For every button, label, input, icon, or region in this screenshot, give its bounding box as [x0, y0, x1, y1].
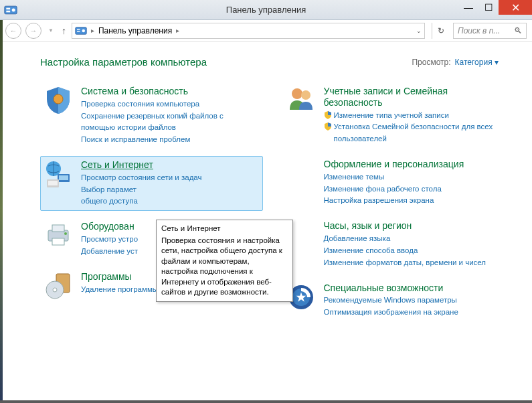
search-placeholder: Поиск в п...: [458, 26, 500, 35]
svg-rect-11: [59, 175, 68, 180]
svg-rect-5: [77, 29, 80, 30]
printer-icon: [43, 221, 73, 250]
page-title: Настройка параметров компьютера: [40, 56, 207, 68]
category-link[interactable]: Сохранение резервных копий файлов с помо…: [81, 110, 260, 135]
control-panel-icon: [4, 5, 17, 15]
address-bar[interactable]: ▸ Панель управления ▸ ⌄: [72, 23, 425, 39]
svg-point-21: [292, 88, 302, 99]
breadcrumb-item[interactable]: Панель управления: [98, 26, 172, 35]
svg-rect-6: [77, 31, 80, 32]
search-icon: 🔍︎: [514, 26, 522, 35]
category-system-security[interactable]: Система и безопасность Проверка состояни…: [40, 82, 263, 149]
svg-point-20: [53, 288, 57, 292]
up-button[interactable]: ↑: [62, 25, 66, 36]
close-button[interactable]: ✕: [499, 0, 532, 15]
shield-icon: [43, 86, 73, 115]
titlebar[interactable]: Панель управления — ☐ ✕: [0, 0, 532, 20]
svg-point-17: [64, 232, 67, 235]
breadcrumb-separator-icon[interactable]: ▸: [91, 27, 94, 34]
category-title[interactable]: Учетные записи и Семейная безопасность: [324, 86, 503, 108]
uac-shield-icon: [324, 111, 332, 119]
control-panel-icon: [75, 26, 87, 35]
right-column: Учетные записи и Семейная безопасность И…: [283, 82, 506, 322]
minimize-button[interactable]: —: [458, 0, 478, 15]
category-link[interactable]: Изменение способа ввода: [324, 245, 503, 257]
people-icon: [286, 86, 316, 115]
category-link[interactable]: Оптимизация изображения на экране: [324, 307, 503, 319]
view-label: Просмотр:: [412, 58, 450, 67]
category-clock-language-region[interactable]: Часы, язык и регион Добавление языка Изм…: [283, 217, 506, 272]
category-link[interactable]: общего доступа: [81, 195, 260, 208]
category-link[interactable]: Просмотр состояния сети и задач: [81, 172, 260, 184]
svg-point-3: [12, 8, 15, 11]
window-title: Панель управления: [226, 5, 306, 15]
svg-rect-15: [52, 225, 64, 232]
history-dropdown[interactable]: ▼: [48, 27, 54, 33]
svg-rect-1: [6, 7, 10, 9]
globe-network-icon: [43, 159, 73, 189]
forward-button[interactable]: →: [25, 23, 41, 39]
appearance-icon: [286, 159, 316, 188]
view-selector: Просмотр: Категория ▾: [412, 58, 499, 67]
tooltip-title: Сеть и Интернет: [161, 224, 288, 234]
category-link[interactable]: Настройка разрешения экрана: [324, 195, 503, 207]
category-title[interactable]: Система и безопасность: [81, 86, 260, 97]
svg-rect-13: [48, 181, 58, 185]
svg-point-7: [82, 29, 85, 32]
category-link[interactable]: Проверка состояния компьютера: [81, 98, 260, 110]
disc-box-icon: [43, 271, 73, 301]
category-link[interactable]: Изменение фона рабочего стола: [324, 183, 503, 195]
refresh-button[interactable]: ↻: [432, 23, 449, 39]
breadcrumb-separator-icon[interactable]: ▸: [176, 27, 179, 34]
svg-rect-2: [6, 10, 10, 11]
window-controls: — ☐ ✕: [458, 0, 532, 15]
search-input[interactable]: Поиск в п... 🔍︎: [453, 23, 527, 39]
category-link[interactable]: Выбор парамет: [81, 184, 260, 196]
category-appearance[interactable]: Оформление и персонализация Изменение те…: [283, 155, 506, 210]
category-link[interactable]: Поиск и исправление проблем: [81, 134, 260, 146]
category-ease-of-access[interactable]: Специальные возможности Рекомендуемые Wi…: [283, 279, 506, 322]
category-title[interactable]: Специальные возможности: [324, 283, 503, 294]
control-panel-window: Панель управления — ☐ ✕ ← → ▼ ↑ ▸ Панель…: [0, 0, 532, 400]
uac-shield-icon: [324, 123, 332, 131]
category-title[interactable]: Сеть и Интернет: [81, 159, 260, 171]
category-title[interactable]: Оформление и персонализация: [324, 159, 503, 170]
address-dropdown-icon[interactable]: ⌄: [416, 27, 422, 34]
category-network-internet[interactable]: Сеть и Интернет Просмотр состояния сети …: [40, 156, 263, 211]
category-link[interactable]: Изменение форматов даты, времени и чисел: [324, 257, 503, 269]
tooltip: Сеть и Интернет Проверка состояния и нас…: [156, 220, 293, 302]
category-link[interactable]: Рекомендуемые Windows параметры: [324, 295, 503, 307]
category-link[interactable]: Изменение типа учетной записи: [334, 110, 449, 122]
maximize-button[interactable]: ☐: [478, 0, 499, 15]
view-dropdown[interactable]: Категория ▾: [455, 58, 499, 67]
desktop-edge: [0, 20, 3, 400]
category-link[interactable]: Изменение темы: [324, 171, 503, 183]
navigation-bar: ← → ▼ ↑ ▸ Панель управления ▸ ⌄ ↻ Поиск …: [0, 20, 532, 42]
category-link[interactable]: Установка Семейной безопасности для всех…: [334, 121, 503, 145]
svg-point-8: [54, 94, 63, 104]
category-link[interactable]: Добавление языка: [324, 233, 503, 245]
content-area: Настройка параметров компьютера Просмотр…: [0, 42, 532, 400]
category-title[interactable]: Часы, язык и регион: [324, 220, 503, 232]
category-user-accounts[interactable]: Учетные записи и Семейная безопасность И…: [283, 82, 506, 149]
svg-point-22: [301, 90, 311, 100]
back-button[interactable]: ←: [5, 23, 21, 39]
svg-rect-16: [52, 238, 64, 245]
tooltip-body: Проверка состояния и настройка сети, нас…: [161, 236, 288, 298]
